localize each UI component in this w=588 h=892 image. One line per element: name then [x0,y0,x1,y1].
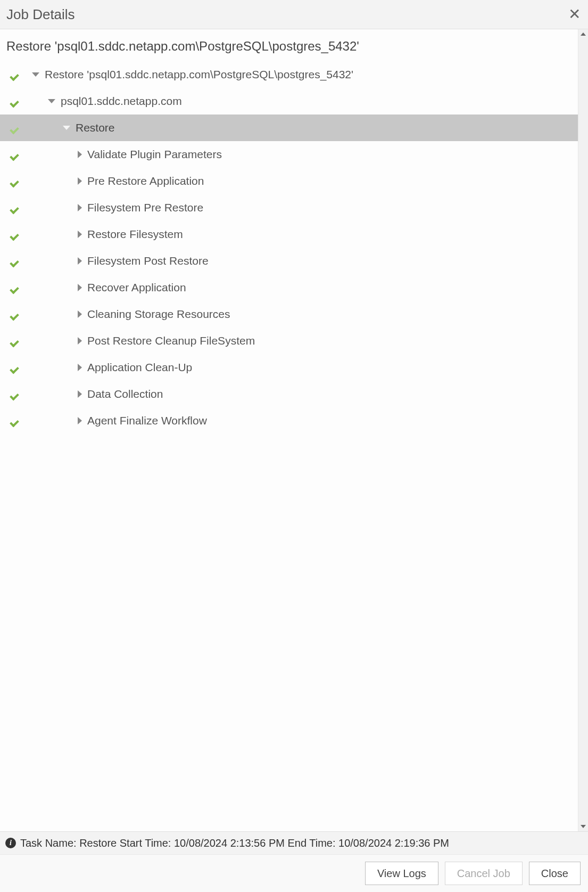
chevron-right-icon[interactable] [78,231,82,238]
checkmark-icon [12,97,20,105]
tree-row[interactable]: Validate Plugin Parameters [0,141,578,168]
status-col [12,203,32,212]
status-col [12,283,32,292]
tree-row[interactable]: Filesystem Pre Restore [0,194,578,221]
scroll-up-icon[interactable] [578,29,588,39]
status-col [12,177,32,185]
checkmark-icon [12,416,20,425]
dialog-header: Job Details ✕ [0,0,588,29]
status-col [12,310,32,318]
close-icon[interactable]: ✕ [568,7,581,22]
chevron-right-icon[interactable] [78,284,82,291]
tree-row[interactable]: Post Restore Cleanup FileSystem [0,328,578,354]
tree-row[interactable]: Restore Filesystem [0,221,578,248]
checkmark-icon [12,363,20,372]
tree-row-label: Validate Plugin Parameters [87,148,222,161]
close-button[interactable]: Close [529,862,581,885]
chevron-down-icon[interactable] [48,99,55,103]
tree-row[interactable]: Cleaning Storage Resources [0,301,578,328]
status-col [12,416,32,425]
tree-row[interactable]: psql01.sddc.netapp.com [0,88,578,114]
tree-row-label: Restore 'psql01.sddc.netapp.com\PostgreS… [45,68,353,81]
status-col [12,97,32,105]
dialog-title: Job Details [6,6,75,23]
checkmark-icon [12,310,20,318]
checkmark-icon [12,230,20,239]
tree-row-label: Cleaning Storage Resources [87,308,230,321]
chevron-right-icon[interactable] [78,337,82,345]
status-col [12,257,32,265]
tree-row[interactable]: Application Clean-Up [0,354,578,381]
tree-row-label: Filesystem Pre Restore [87,201,203,214]
tree-row[interactable]: Restore [0,114,578,141]
scrollbar[interactable] [578,29,588,831]
checkmark-icon [12,124,20,132]
tree-row[interactable]: Agent Finalize Workflow [0,407,578,434]
view-logs-button[interactable]: View Logs [365,862,438,885]
dialog-footer: View Logs Cancel Job Close [0,854,588,892]
checkmark-icon [12,150,20,159]
status-col [12,124,32,132]
checkmark-icon [12,203,20,212]
chevron-right-icon[interactable] [78,390,82,398]
chevron-right-icon[interactable] [78,177,82,185]
tree-row-label: Agent Finalize Workflow [87,414,207,427]
chevron-right-icon[interactable] [78,204,82,211]
info-icon: i [5,838,16,848]
chevron-right-icon[interactable] [78,151,82,158]
body-inner: Restore 'psql01.sddc.netapp.com\PostgreS… [0,29,578,831]
tree-row[interactable]: Restore 'psql01.sddc.netapp.com\PostgreS… [0,61,578,88]
status-col [12,230,32,239]
dialog-body: Restore 'psql01.sddc.netapp.com\PostgreS… [0,29,588,831]
tree-row-label: Recover Application [87,281,186,294]
status-col [12,363,32,372]
tree-row[interactable]: Filesystem Post Restore [0,248,578,274]
checkmark-icon [12,337,20,345]
tree-row-label: psql01.sddc.netapp.com [61,95,182,108]
tree-row-label: Restore Filesystem [87,228,183,241]
job-details-dialog: Job Details ✕ Restore 'psql01.sddc.netap… [0,0,588,892]
tree-row[interactable]: Pre Restore Application [0,168,578,194]
status-col [12,337,32,345]
tree-row-label: Restore [76,121,115,134]
cancel-job-button: Cancel Job [445,862,523,885]
tree-row[interactable]: Data Collection [0,381,578,407]
chevron-right-icon[interactable] [78,417,82,424]
status-text: Task Name: Restore Start Time: 10/08/202… [20,837,449,849]
tree-row-label: Pre Restore Application [87,175,204,187]
tree-row-label: Data Collection [87,388,163,400]
checkmark-icon [12,257,20,265]
job-subtitle: Restore 'psql01.sddc.netapp.com\PostgreS… [0,29,578,61]
status-col [12,70,32,79]
tree-row[interactable]: Recover Application [0,274,578,301]
chevron-down-icon[interactable] [32,72,39,77]
checkmark-icon [12,283,20,292]
scroll-down-icon[interactable] [578,822,588,831]
status-bar: i Task Name: Restore Start Time: 10/08/2… [0,831,588,854]
checkmark-icon [12,70,20,79]
status-col [12,390,32,398]
checkmark-icon [12,177,20,185]
status-col [12,150,32,159]
tree-row-label: Filesystem Post Restore [87,255,209,267]
tree-row-label: Application Clean-Up [87,361,192,374]
chevron-down-icon[interactable] [63,126,70,130]
chevron-right-icon[interactable] [78,257,82,265]
tree-row-label: Post Restore Cleanup FileSystem [87,334,255,347]
checkmark-icon [12,390,20,398]
chevron-right-icon[interactable] [78,364,82,371]
job-tree: Restore 'psql01.sddc.netapp.com\PostgreS… [0,61,578,434]
chevron-right-icon[interactable] [78,310,82,318]
